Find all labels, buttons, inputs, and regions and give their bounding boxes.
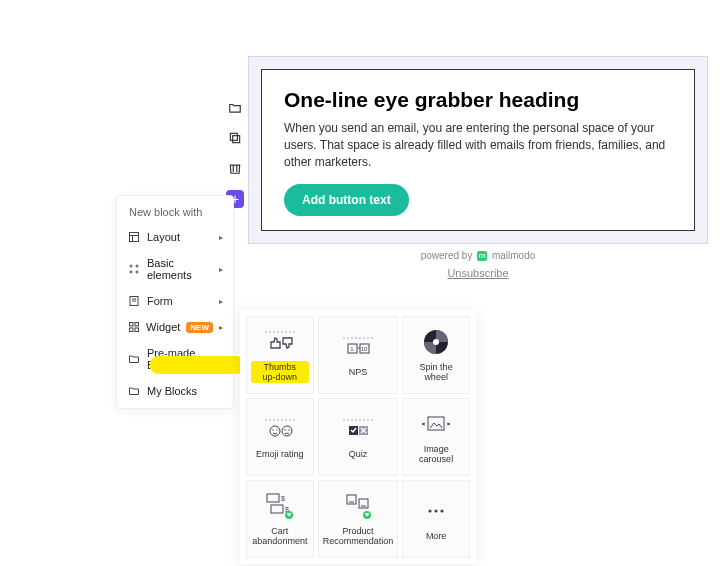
block-heading[interactable]: One-line eye grabber heading: [284, 88, 672, 112]
svg-rect-1: [230, 133, 237, 140]
svg-rect-43: [359, 499, 368, 508]
menu-title: New block with: [117, 196, 233, 224]
carousel-icon: [418, 410, 454, 438]
product-icon: [340, 492, 376, 520]
widget-label: Emoji rating: [256, 449, 304, 459]
svg-point-30: [284, 429, 285, 430]
svg-point-8: [136, 271, 138, 273]
svg-point-6: [136, 265, 138, 267]
menu-item-widget[interactable]: Widget NEW ▸: [117, 314, 233, 340]
svg-text:$: $: [281, 495, 285, 502]
svg-text:10: 10: [361, 346, 368, 352]
widget-thumbs-up-down[interactable]: Thumbs up-down: [246, 316, 314, 394]
svg-rect-12: [129, 323, 133, 327]
email-footer: powered by m mailmodo Unsubscribe: [248, 250, 708, 279]
widget-label: Cart abandonment: [251, 526, 309, 546]
widget-cart-abandonment[interactable]: $$ Cart abandonment: [246, 480, 314, 558]
folder-icon[interactable]: [227, 100, 243, 116]
block-toolbar: +: [225, 100, 245, 208]
svg-rect-2: [130, 233, 139, 242]
menu-item-label: Layout: [147, 231, 213, 243]
elements-icon: [127, 263, 141, 275]
svg-point-46: [429, 509, 432, 512]
menu-item-basic-elements[interactable]: Basic elements ▸: [117, 250, 233, 288]
menu-item-label: Basic elements: [147, 257, 213, 281]
chevron-right-icon: ▸: [219, 233, 223, 242]
widget-label: NPS: [349, 367, 368, 377]
widget-label: Quiz: [349, 449, 368, 459]
svg-point-7: [130, 271, 132, 273]
widget-label: Thumbs up-down: [251, 361, 309, 383]
svg-rect-0: [233, 136, 240, 143]
brand-name: mailmodo: [492, 250, 535, 261]
widget-more[interactable]: More: [402, 480, 470, 558]
menu-item-premade-blocks[interactable]: Pre-made Blocks: [117, 340, 233, 378]
folder-icon: [127, 385, 141, 397]
widget-label: More: [426, 531, 447, 541]
widget-emoji-rating[interactable]: Emoji rating: [246, 398, 314, 476]
layout-icon: [127, 231, 141, 243]
svg-point-5: [130, 265, 132, 267]
widget-image-carousel[interactable]: Image carousel: [402, 398, 470, 476]
content-block[interactable]: One-line eye grabber heading When you se…: [261, 69, 695, 231]
svg-rect-13: [135, 323, 139, 327]
more-icon: [418, 497, 454, 525]
svg-point-28: [276, 429, 277, 430]
cart-icon: $$: [262, 492, 298, 520]
widget-submenu: Thumbs up-down 110 NPS Spin the wheel Em…: [240, 310, 476, 564]
widget-quiz[interactable]: Quiz: [318, 398, 399, 476]
block-body[interactable]: When you send an email, you are entering…: [284, 120, 672, 170]
svg-point-27: [272, 429, 273, 430]
widget-product-recommendation[interactable]: Product Recommendation: [318, 480, 399, 558]
widget-label: Product Recommendation: [323, 526, 394, 546]
folder-icon: [127, 353, 141, 365]
svg-rect-38: [271, 505, 283, 513]
menu-item-form[interactable]: Form ▸: [117, 288, 233, 314]
powered-by-text: powered by: [421, 250, 473, 261]
widget-spin-the-wheel[interactable]: Spin the wheel: [402, 316, 470, 394]
quiz-icon: [340, 415, 376, 443]
emoji-icon: [262, 415, 298, 443]
svg-rect-41: [347, 495, 356, 504]
menu-item-label: Form: [147, 295, 213, 307]
svg-text:1: 1: [350, 346, 354, 352]
widget-nps[interactable]: 110 NPS: [318, 316, 399, 394]
svg-rect-15: [135, 328, 139, 332]
wheel-icon: [418, 328, 454, 356]
thumbs-icon: [262, 327, 298, 355]
chevron-right-icon: ▸: [219, 265, 223, 274]
svg-point-47: [435, 509, 438, 512]
menu-item-label: Widget: [146, 321, 180, 333]
cta-button[interactable]: Add button text: [284, 184, 409, 216]
menu-item-layout[interactable]: Layout ▸: [117, 224, 233, 250]
svg-point-29: [282, 426, 292, 436]
email-canvas: One-line eye grabber heading When you se…: [248, 56, 708, 244]
chevron-right-icon: ▸: [219, 323, 223, 332]
widget-label: Spin the wheel: [407, 362, 465, 382]
delete-icon[interactable]: [227, 160, 243, 176]
menu-item-label: My Blocks: [147, 385, 223, 397]
nps-icon: 110: [340, 333, 376, 361]
widget-icon: [127, 321, 140, 333]
menu-item-label: Pre-made Blocks: [147, 347, 223, 371]
chevron-right-icon: ▸: [219, 297, 223, 306]
menu-item-my-blocks[interactable]: My Blocks: [117, 378, 233, 404]
unsubscribe-link[interactable]: Unsubscribe: [447, 267, 508, 279]
copy-icon[interactable]: [227, 130, 243, 146]
svg-point-48: [441, 509, 444, 512]
svg-point-31: [288, 429, 289, 430]
form-icon: [127, 295, 141, 307]
svg-rect-36: [267, 494, 279, 502]
svg-rect-14: [129, 328, 133, 332]
new-badge: NEW: [186, 322, 213, 333]
mailmodo-logo-icon: m: [477, 251, 487, 261]
widget-label: Image carousel: [407, 444, 465, 464]
svg-point-24: [433, 339, 439, 345]
new-block-menu: New block with Layout ▸ Basic elements ▸…: [116, 195, 234, 409]
